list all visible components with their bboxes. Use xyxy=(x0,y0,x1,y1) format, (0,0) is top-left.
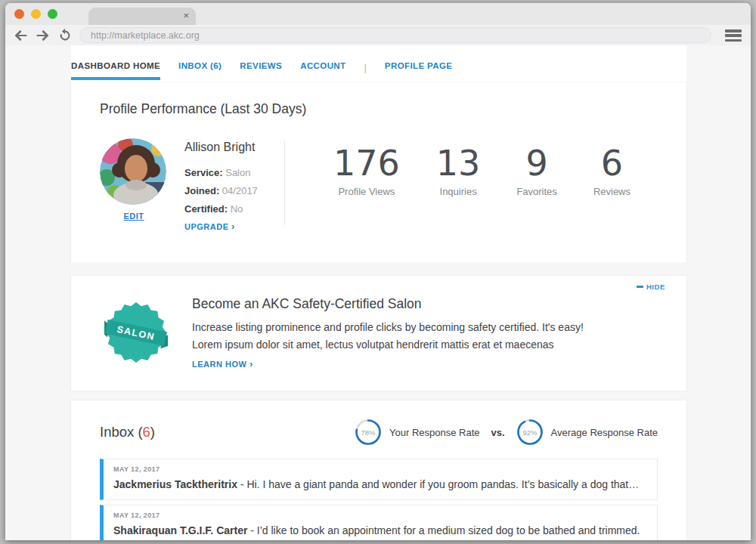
menu-icon[interactable] xyxy=(725,29,742,42)
content-column: DASHBOARD HOME INBOX (6) REVIEWS ACCOUNT… xyxy=(71,45,686,540)
message-row[interactable]: MAY 12, 2017 Shakiraquan T.G.I.F. Carter… xyxy=(100,505,658,540)
edit-profile-link[interactable]: EDIT xyxy=(123,212,144,221)
forward-button[interactable] xyxy=(34,27,51,44)
banner-line-1: Increase listing prominence and profile … xyxy=(192,319,658,336)
your-response-rate-ring: 78% xyxy=(355,419,382,446)
service-field: Service: Salon xyxy=(184,164,269,182)
back-arrow-icon xyxy=(13,27,29,44)
back-button[interactable] xyxy=(13,27,29,44)
message-sender: Jackmerius Tacktheritrix xyxy=(113,478,237,490)
average-rate-value: 92% xyxy=(522,428,538,437)
close-window-icon[interactable] xyxy=(14,9,24,19)
tab-close-icon[interactable]: × xyxy=(183,10,189,21)
nav-account[interactable]: ACCOUNT xyxy=(300,61,345,77)
message-row[interactable]: MAY 12, 2017 Jackmerius Tacktheritrix - … xyxy=(100,459,658,500)
message-date: MAY 12, 2017 xyxy=(113,512,646,519)
reload-icon xyxy=(57,27,73,44)
browser-chrome: × http://marketplace.akc.org xyxy=(5,3,751,45)
browser-tab[interactable]: × xyxy=(88,8,196,25)
safety-certified-banner: HIDE SALON xyxy=(71,276,686,391)
nav-dashboard-home[interactable]: DASHBOARD HOME xyxy=(71,61,160,80)
inbox-header: Inbox (6) 78% Your Response Rate vs. xyxy=(100,419,658,446)
stat-reviews: 6 Reviews xyxy=(593,144,631,232)
banner-title: Become an AKC Safety-Certified Salon xyxy=(192,296,658,312)
average-response-rate-ring: 92% xyxy=(516,419,544,446)
profile-name: Allison Bright xyxy=(184,141,269,154)
maximize-window-icon[interactable] xyxy=(48,9,57,19)
stat-favorites: 9 Favorites xyxy=(516,144,556,232)
profile-info: Allison Bright Service: Salon Joined: 04… xyxy=(184,138,269,232)
avatar-block: EDIT xyxy=(100,138,168,232)
average-rate-label: Average Response Rate xyxy=(551,427,658,438)
joined-field: Joined: 04/2017 xyxy=(184,182,269,200)
url-text: http://marketplace.akc.org xyxy=(91,30,200,41)
message-preview: - I’d like to book an appointment for a … xyxy=(250,524,640,536)
forward-arrow-icon xyxy=(34,27,51,44)
nav-profile-page[interactable]: PROFILE PAGE xyxy=(385,61,453,77)
profile-performance-card: Profile Performance (Last 30 Days) xyxy=(71,82,686,262)
vs-label: vs. xyxy=(491,427,505,438)
message-sender: Shakiraquan T.G.I.F. Carter xyxy=(113,524,247,536)
inbox-title: Inbox (6) xyxy=(100,424,155,440)
window-controls xyxy=(14,9,57,19)
banner-line-2: Lorem ipsum dolor sit amet, lectus volut… xyxy=(192,336,658,354)
stat-inquiries: 13 Inquiries xyxy=(436,144,481,232)
learn-how-link[interactable]: LEARN HOW › xyxy=(192,358,658,369)
response-rates: 78% Your Response Rate vs. 92% Average R… xyxy=(355,419,658,446)
message-list: MAY 12, 2017 Jackmerius Tacktheritrix - … xyxy=(100,459,658,540)
site-navigation: DASHBOARD HOME INBOX (6) REVIEWS ACCOUNT… xyxy=(71,45,686,82)
message-date: MAY 12, 2017 xyxy=(113,465,646,473)
profile-card-title: Profile Performance (Last 30 Days) xyxy=(100,101,658,117)
section-gap xyxy=(71,262,686,276)
chevron-right-icon: › xyxy=(249,358,253,369)
stats-row: 176 Profile Views 13 Inquiries 9 Favorit… xyxy=(285,138,658,232)
chevron-right-icon: › xyxy=(231,221,235,232)
inbox-unread-count: 6 xyxy=(143,424,150,440)
nav-inbox[interactable]: INBOX (6) xyxy=(178,61,222,77)
nav-reviews[interactable]: REVIEWS xyxy=(240,61,282,77)
your-rate-label: Your Response Rate xyxy=(389,427,480,438)
url-bar[interactable]: http://marketplace.akc.org xyxy=(79,27,711,43)
salon-badge-icon: SALON xyxy=(104,301,168,367)
page-background: DASHBOARD HOME INBOX (6) REVIEWS ACCOUNT… xyxy=(5,45,751,540)
inbox-card: Inbox (6) 78% Your Response Rate vs. xyxy=(71,400,686,540)
screenshot-stage: × http://marketplace.akc.org xyxy=(0,0,756,544)
hide-banner-link[interactable]: HIDE xyxy=(637,283,665,291)
minimize-window-icon[interactable] xyxy=(31,9,41,19)
your-rate-value: 78% xyxy=(361,428,376,437)
stat-profile-views: 176 Profile Views xyxy=(333,144,400,232)
avatar xyxy=(100,138,166,205)
section-gap xyxy=(71,391,686,400)
nav-divider: | xyxy=(364,61,366,73)
message-preview: - Hi. I have a giant panda and wonder if… xyxy=(240,478,639,490)
certified-field: Certified: No xyxy=(184,200,269,218)
browser-window: × http://marketplace.akc.org xyxy=(5,3,751,540)
browser-toolbar: http://marketplace.akc.org xyxy=(5,25,751,45)
reload-button[interactable] xyxy=(57,27,73,44)
upgrade-link[interactable]: UPGRADE › xyxy=(184,221,269,232)
banner-text: Become an AKC Safety-Certified Salon Inc… xyxy=(192,296,658,369)
hide-dash-icon xyxy=(637,286,643,288)
